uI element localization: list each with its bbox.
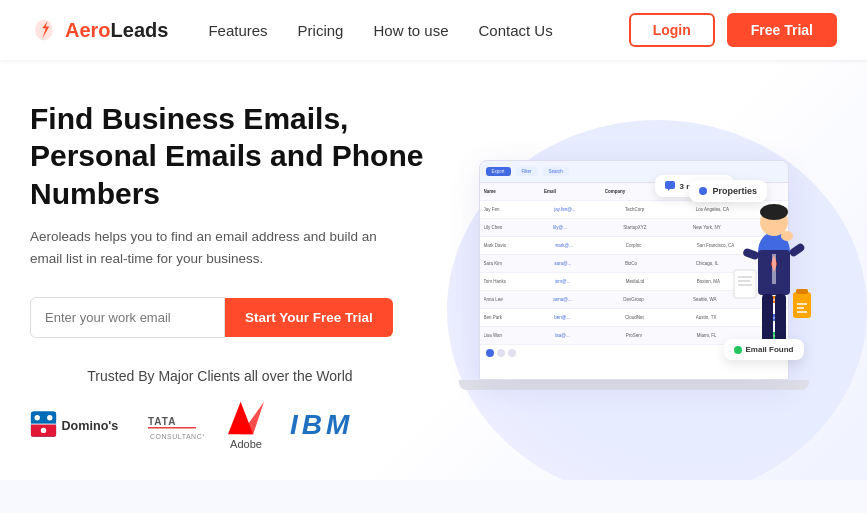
svg-rect-36 xyxy=(665,181,675,189)
svg-point-4 xyxy=(47,415,52,420)
adobe-logo: Adobe xyxy=(228,400,264,450)
tata-svg: TATA CONSULTANCY xyxy=(144,407,204,443)
svg-rect-19 xyxy=(772,254,776,284)
notif-text-bottom: Email Found xyxy=(746,345,794,354)
svg-rect-9 xyxy=(148,427,196,429)
hero-right: Properties Export Filter Search Name Ema… xyxy=(450,160,837,390)
nav-pricing[interactable]: Pricing xyxy=(298,22,344,39)
email-input[interactable] xyxy=(30,297,225,338)
rocket-icon xyxy=(30,16,58,44)
start-trial-button[interactable]: Start Your Free Trial xyxy=(225,298,393,337)
trusted-text: Trusted By Major Clients all over the Wo… xyxy=(30,368,410,384)
svg-text:Domino's: Domino's xyxy=(62,420,119,434)
svg-point-22 xyxy=(781,231,793,241)
notif-dot-blue xyxy=(699,187,707,195)
notif-text-top: Properties xyxy=(712,186,757,196)
nav-actions: Login Free Trial xyxy=(629,13,837,47)
svg-marker-37 xyxy=(668,189,670,191)
hero-left: Find Business Emails, Personal Emails an… xyxy=(30,100,450,451)
login-button[interactable]: Login xyxy=(629,13,715,47)
dash-btn-1: Export xyxy=(486,167,511,176)
nav-links: Features Pricing How to use Contact Us xyxy=(208,22,628,39)
dominos-svg: Domino's xyxy=(30,410,120,440)
svg-rect-20 xyxy=(742,248,760,261)
svg-point-5 xyxy=(41,428,46,433)
clients-row: Domino's TATA CONSULTANCY Adobe xyxy=(30,400,450,450)
svg-text:CONSULTANCY: CONSULTANCY xyxy=(150,433,204,440)
notification-bubble-top: Properties xyxy=(689,180,767,202)
notif-dot-green xyxy=(734,346,742,354)
svg-rect-32 xyxy=(796,289,808,294)
adobe-text: Adobe xyxy=(230,438,262,450)
nav-contact[interactable]: Contact Us xyxy=(479,22,553,39)
hero-title: Find Business Emails, Personal Emails an… xyxy=(30,100,450,213)
ibm-svg: IBM xyxy=(288,410,358,440)
hero-subtitle: Aeroleads helps you to find an email add… xyxy=(30,226,400,269)
adobe-svg xyxy=(228,400,264,436)
svg-rect-27 xyxy=(762,294,773,344)
svg-text:TATA: TATA xyxy=(148,416,176,427)
free-trial-nav-button[interactable]: Free Trial xyxy=(727,13,837,47)
svg-rect-23 xyxy=(734,270,756,298)
tata-logo: TATA CONSULTANCY xyxy=(144,407,204,443)
dash-btn-2: Filter xyxy=(516,167,538,176)
svg-rect-31 xyxy=(793,292,811,318)
nav-how-to-use[interactable]: How to use xyxy=(373,22,448,39)
footer-area xyxy=(0,480,867,513)
hero-section: Find Business Emails, Personal Emails an… xyxy=(0,60,867,480)
nav-features[interactable]: Features xyxy=(208,22,267,39)
logo-text: AeroLeads xyxy=(65,19,168,42)
svg-rect-28 xyxy=(775,294,786,344)
ibm-logo: IBM xyxy=(288,410,358,440)
navbar: AeroLeads Features Pricing How to use Co… xyxy=(0,0,867,60)
svg-text:IBM: IBM xyxy=(290,410,353,440)
svg-point-3 xyxy=(35,415,40,420)
svg-rect-21 xyxy=(788,242,806,258)
hero-form: Start Your Free Trial xyxy=(30,297,450,338)
dominos-logo: Domino's xyxy=(30,410,120,440)
notification-bubble-bottom: Email Found xyxy=(724,339,804,360)
dash-btn-3: Search xyxy=(543,167,569,176)
svg-point-16 xyxy=(760,204,788,220)
message-icon xyxy=(664,180,676,192)
logo[interactable]: AeroLeads xyxy=(30,16,168,44)
